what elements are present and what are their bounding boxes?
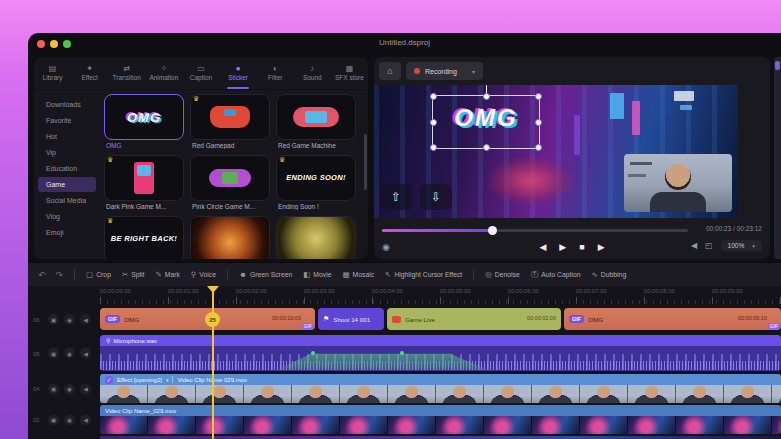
sticker-omg[interactable]: OMG OMG: [104, 94, 184, 149]
category-hot[interactable]: Hot: [38, 129, 96, 144]
recording-dropdown[interactable]: Recording ▾: [406, 62, 483, 80]
filmstrip-frame: [484, 416, 532, 434]
crop-button[interactable]: ▢Crop: [86, 270, 111, 279]
hide-track-icon[interactable]: ◉: [64, 414, 75, 425]
sticker-fire[interactable]: [190, 216, 270, 259]
clip-gif-omg-2[interactable]: GIF OMG 00:00:05:10 GIF: [564, 308, 781, 330]
ruler-ticks[interactable]: [100, 297, 781, 304]
mark-button[interactable]: ✎Mark: [155, 270, 179, 279]
clip-game-video[interactable]: Video Clip Name_029.mov: [100, 405, 781, 434]
hide-track-icon[interactable]: ◉: [64, 383, 75, 394]
volume-button[interactable]: ◀: [691, 241, 697, 250]
hide-track-icon[interactable]: ◉: [64, 314, 75, 325]
hide-track-icon[interactable]: ◉: [64, 348, 75, 359]
clip-duration: 00:00:02:00: [527, 315, 556, 321]
mute-track-icon[interactable]: ◀: [80, 348, 91, 359]
tab-library[interactable]: ▤Library: [34, 57, 71, 89]
clip-webcam-video[interactable]: ✓ Effect [opening2] ▾ Video Clip Name 02…: [100, 374, 781, 403]
tab-caption[interactable]: ▭Caption: [182, 57, 219, 89]
sticker-red-gamepad[interactable]: ♛ Red Gamepad: [190, 94, 270, 149]
movie-button[interactable]: ◧Movie: [303, 270, 331, 279]
clip-shoot[interactable]: ⚑ Shoot 14 001: [318, 308, 384, 330]
playhead-head[interactable]: [207, 286, 219, 293]
sticker-red-game-machine[interactable]: Red Game Machine: [276, 94, 356, 149]
filmstrip-frame: [100, 385, 148, 403]
redo-button[interactable]: ↷: [56, 270, 64, 280]
sticker-dark-pink-game-machine[interactable]: ♛ Dark Pink Game M...: [104, 155, 184, 210]
clip-microphone[interactable]: ⚲ Microphone.wav: [100, 335, 781, 371]
tab-transition[interactable]: ⇄Transition: [108, 57, 145, 89]
category-favorite[interactable]: Favorite: [38, 113, 96, 128]
category-emoji[interactable]: Emoji: [38, 225, 96, 240]
resize-handle[interactable]: [535, 93, 542, 100]
sticker-glow[interactable]: [276, 216, 356, 259]
play-button[interactable]: ▶: [559, 241, 566, 253]
tab-sticker[interactable]: ●Sticker: [220, 57, 257, 89]
resize-handle[interactable]: [483, 93, 490, 100]
category-game[interactable]: Game: [38, 177, 96, 192]
mute-track-icon[interactable]: ◀: [80, 314, 91, 325]
playhead-badge[interactable]: 25: [205, 312, 220, 327]
mute-track-icon[interactable]: ◀: [80, 414, 91, 425]
tab-filter[interactable]: ◐Filter: [257, 57, 294, 89]
category-social-media[interactable]: Social Media: [38, 193, 96, 208]
lock-track-icon[interactable]: ▣: [48, 348, 59, 359]
filmstrip-frame: [580, 385, 628, 403]
webcam-overlay[interactable]: [624, 154, 732, 212]
previous-frame-button[interactable]: ◀: [539, 241, 546, 253]
sticker-grid-scrollbar[interactable]: [364, 134, 367, 190]
omg-sticker-overlay[interactable]: OMG: [432, 95, 540, 149]
sticker-ending-soon[interactable]: ♛ ENDING SOON! Ending Soon !: [276, 155, 356, 210]
track-overlay: 06 ▣ ◉ ◀ GIF OMG 00:00:10:00 GIF ⚑ Shoot…: [28, 308, 781, 330]
effect-check-icon[interactable]: ✓: [105, 376, 113, 384]
home-button[interactable]: ⌂: [379, 62, 401, 80]
snapshot-button[interactable]: ◉: [382, 242, 390, 252]
resize-handle[interactable]: [535, 144, 542, 151]
collapsed-side-panel[interactable]: [774, 57, 781, 259]
seek-bar[interactable]: [382, 229, 688, 232]
media-tabs: ▤Library ✦Effect ⇄Transition ✧Animation …: [34, 57, 368, 90]
voice-button[interactable]: ⚲Voice: [191, 270, 216, 279]
green-screen-button[interactable]: ☻Green Screen: [239, 270, 292, 279]
tab-animation[interactable]: ✧Animation: [145, 57, 182, 89]
category-vip[interactable]: Vip: [38, 145, 96, 160]
tab-sfx-store[interactable]: ▦SFX store: [331, 57, 368, 89]
overlay-arrow-up-button[interactable]: ⇧: [380, 184, 412, 210]
category-education[interactable]: Education: [38, 161, 96, 176]
undo-button[interactable]: ↶: [38, 270, 46, 280]
mosaic-button[interactable]: ▦Mosaic: [342, 270, 374, 279]
split-button[interactable]: ✂Split: [122, 270, 145, 279]
preview-zoom-select[interactable]: 100% ▾: [721, 240, 762, 251]
category-downloads[interactable]: Downloads: [38, 97, 96, 112]
overlay-arrow-down-button[interactable]: ⇩: [420, 184, 452, 210]
track-microphone: 05 ▣ ◉ ◀ ⚲ Microphone.wav: [28, 335, 781, 371]
mute-track-icon[interactable]: ◀: [80, 383, 91, 394]
filmstrip-frame: [292, 385, 340, 403]
resize-handle[interactable]: [483, 144, 490, 151]
next-frame-button[interactable]: ▶: [598, 241, 605, 253]
gamepad-art: [210, 106, 250, 128]
resize-handle[interactable]: [430, 144, 437, 151]
fullscreen-button[interactable]: ◰: [705, 241, 713, 250]
sticker-pink-circle-game-machine[interactable]: Pink Circle Game M...: [190, 155, 270, 210]
highlight-cursor-effect-button[interactable]: ↖Highlight Cursor Effect: [385, 270, 462, 279]
clip-game-live[interactable]: Game Live 00:00:02:00: [387, 308, 561, 330]
category-vlog[interactable]: Vlog: [38, 209, 96, 224]
auto-caption-button[interactable]: ⓉAuto Caption: [531, 270, 581, 280]
timeline-ruler[interactable]: 00:00:00:00 00:00:01:00 00:00:02:00 00:0…: [100, 288, 780, 294]
dubbing-button[interactable]: ∿Dubbing: [592, 270, 627, 279]
lock-track-icon[interactable]: ▣: [48, 314, 59, 325]
denoise-button[interactable]: ◎Denoise: [485, 270, 519, 279]
chevron-down-icon: ▾: [752, 243, 755, 249]
stop-button[interactable]: ■: [579, 241, 584, 253]
resize-handle[interactable]: [430, 93, 437, 100]
tab-effect[interactable]: ✦Effect: [71, 57, 108, 89]
sticker-be-right-back[interactable]: ♛ BE RIGHT BACK!: [104, 216, 184, 259]
tab-sound[interactable]: ♪Sound: [294, 57, 331, 89]
seek-handle[interactable]: [488, 226, 497, 235]
preview-viewport[interactable]: OMG ⇧ ⇩: [374, 85, 738, 218]
keyframe-dot[interactable]: [400, 351, 404, 355]
playhead[interactable]: [212, 286, 214, 439]
lock-track-icon[interactable]: ▣: [48, 414, 59, 425]
lock-track-icon[interactable]: ▣: [48, 383, 59, 394]
